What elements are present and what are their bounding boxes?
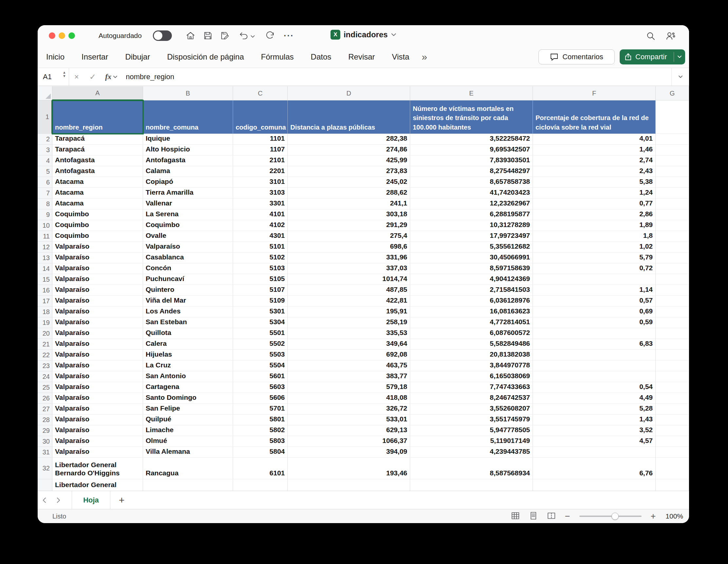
row-header-33[interactable] [38,479,52,491]
row-header-26[interactable]: 26 [38,393,52,404]
cell-B11[interactable]: Ovalle [143,231,233,242]
cell-B7[interactable]: Tierra Amarilla [143,188,233,199]
row-header-13[interactable]: 13 [38,253,52,264]
sheet-tab-hoja[interactable]: Hoja [72,491,110,509]
cell-G32[interactable] [656,458,689,479]
cell-F32[interactable]: 6,76 [533,458,656,479]
cell-F33[interactable] [533,479,656,491]
cell-G28[interactable] [656,414,689,425]
cell-F5[interactable]: 2,43 [533,166,656,177]
row-header-14[interactable]: 14 [38,264,52,274]
cell-C3[interactable]: 1107 [233,145,288,155]
cell-E21[interactable]: 5,582849486 [410,339,533,350]
cell-E30[interactable]: 5,119017149 [410,436,533,447]
cell-B26[interactable]: Santo Domingo [143,393,233,404]
cell-C20[interactable]: 5501 [233,328,288,339]
row-header-17[interactable]: 17 [38,296,52,306]
cell-D21[interactable]: 349,64 [288,339,410,350]
row-header-20[interactable]: 20 [38,328,52,339]
cell-E7[interactable]: 41,74203423 [410,188,533,199]
document-title-group[interactable]: X indicadores [331,30,396,40]
cell-F17[interactable]: 0,57 [533,296,656,306]
more-tabs-icon[interactable]: » [422,51,427,63]
cell-D6[interactable]: 245,02 [288,177,410,188]
cell-G20[interactable] [656,328,689,339]
cell-B6[interactable]: Copiapó [143,177,233,188]
cell-A15[interactable]: Valparaíso [52,274,143,285]
cell-D20[interactable]: 335,53 [288,328,410,339]
cell-G21[interactable] [656,339,689,350]
header-cell-E1[interactable]: Número de víctimas mortales en siniestro… [410,100,533,134]
cell-D31[interactable]: 394,09 [288,447,410,458]
cell-F18[interactable]: 0,69 [533,306,656,317]
zoom-out-icon[interactable]: − [565,511,570,521]
cell-A22[interactable]: Valparaíso [52,350,143,360]
normal-view-icon[interactable] [511,511,520,521]
cell-G14[interactable] [656,264,689,274]
cell-E18[interactable]: 16,08163623 [410,306,533,317]
cell-A24[interactable]: Valparaíso [52,371,143,382]
tab-dibujar[interactable]: Dibujar [125,52,150,62]
cell-C23[interactable]: 5504 [233,360,288,371]
page-break-view-icon[interactable] [547,511,556,521]
cell-D26[interactable]: 418,08 [288,393,410,404]
cell-G7[interactable] [656,188,689,199]
cell-A4[interactable]: Antofagasta [52,155,143,166]
cell-A30[interactable]: Valparaíso [52,436,143,447]
cell-A18[interactable]: Valparaíso [52,306,143,317]
cell-F16[interactable]: 1,14 [533,285,656,296]
title-menu-chevron-icon[interactable] [391,32,396,38]
row-header-15[interactable]: 15 [38,274,52,285]
cell-C18[interactable]: 5301 [233,306,288,317]
share-chevron-icon[interactable] [674,55,685,59]
cell-D18[interactable]: 195,91 [288,306,410,317]
add-sheet-icon[interactable]: + [119,495,125,506]
cell-C12[interactable]: 5101 [233,242,288,253]
row-header-11[interactable]: 11 [38,231,52,242]
cell-C33[interactable] [233,479,288,491]
cell-E15[interactable]: 4,904124369 [410,274,533,285]
cell-D27[interactable]: 326,72 [288,404,410,414]
cell-D13[interactable]: 331,96 [288,253,410,264]
page-layout-view-icon[interactable] [529,511,538,521]
cell-E2[interactable]: 3,522258472 [410,134,533,145]
cell-F10[interactable]: 1,89 [533,220,656,231]
cell-F9[interactable]: 2,86 [533,209,656,220]
header-cell-A1[interactable]: nombre_region [52,100,143,134]
cell-D14[interactable]: 337,03 [288,264,410,274]
cell-F3[interactable]: 1,46 [533,145,656,155]
cell-G18[interactable] [656,306,689,317]
cell-D10[interactable]: 291,29 [288,220,410,231]
cell-G17[interactable] [656,296,689,306]
cancel-icon[interactable]: × [69,72,84,82]
cell-G10[interactable] [656,220,689,231]
row-header-4[interactable]: 4 [38,155,52,166]
row-header-7[interactable]: 7 [38,188,52,199]
cell-B19[interactable]: San Esteban [143,317,233,328]
cell-E11[interactable]: 17,99723497 [410,231,533,242]
zoom-in-icon[interactable]: + [651,511,656,521]
cell-A13[interactable]: Valparaíso [52,253,143,264]
search-icon[interactable] [646,31,656,41]
cell-F25[interactable]: 0,54 [533,382,656,393]
cell-G13[interactable] [656,253,689,264]
cell-G9[interactable] [656,209,689,220]
cell-G4[interactable] [656,155,689,166]
comments-button[interactable]: Comentarios [538,49,615,64]
column-header-D[interactable]: D [288,86,410,100]
zoom-knob[interactable] [611,513,619,520]
cell-B33[interactable] [143,479,233,491]
name-box-stepper[interactable]: ▲ ▼ [63,71,66,78]
cell-B18[interactable]: Los Andes [143,306,233,317]
cell-F11[interactable]: 1,8 [533,231,656,242]
cell-D12[interactable]: 698,6 [288,242,410,253]
row-header-22[interactable]: 22 [38,350,52,360]
tab-datos[interactable]: Datos [311,52,331,62]
cell-B30[interactable]: Olmué [143,436,233,447]
cell-E27[interactable]: 3,552608207 [410,404,533,414]
cell-C5[interactable]: 2201 [233,166,288,177]
cell-F22[interactable] [533,350,656,360]
cell-B31[interactable]: Villa Alemana [143,447,233,458]
insert-function-icon[interactable]: fx [101,73,113,81]
cell-C21[interactable]: 5502 [233,339,288,350]
